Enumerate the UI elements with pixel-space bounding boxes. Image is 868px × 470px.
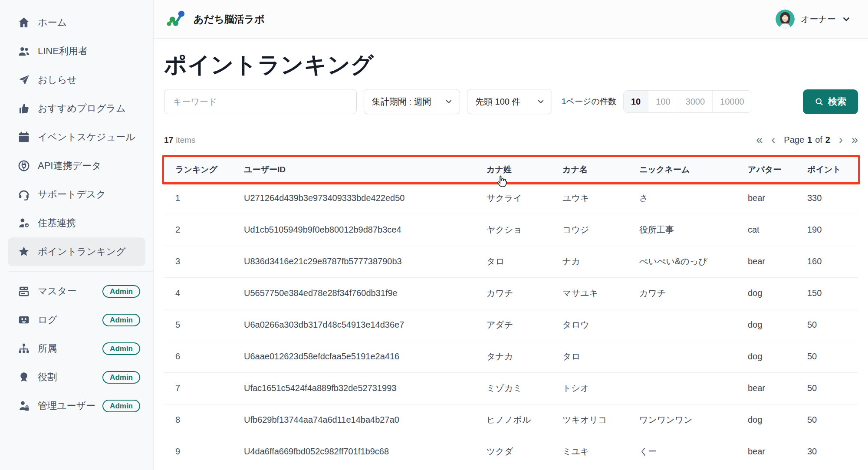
table-row[interactable]: 2Ud1cb5105949b9f0eb80012b9d87b3ce4ヤクショコウ… xyxy=(164,214,858,246)
page-content: ポイントランキング 集計期間 : 週間 先頭 100 件 1ページの件数 101… xyxy=(154,39,868,470)
cell-4: ツキオリコ xyxy=(562,404,639,436)
cell-4: マサユキ xyxy=(562,277,639,309)
sidebar-item-users[interactable]: LINE利用者 xyxy=(0,37,153,66)
next-page-icon[interactable]: › xyxy=(839,134,843,146)
sidebar-item-home[interactable]: ホーム xyxy=(0,8,153,37)
column-header-6[interactable]: アバター xyxy=(748,157,807,182)
cell-5 xyxy=(639,372,748,404)
last-page-icon[interactable]: » xyxy=(852,134,858,146)
user-gear-icon xyxy=(17,217,30,230)
brand-logo-icon xyxy=(165,9,187,29)
sidebar-item-star[interactable]: ポイントランキング xyxy=(8,237,145,266)
cell-5 xyxy=(639,309,748,341)
table-row[interactable]: 3U836d3416e21c29e8787fb577738790b3タロナカぺい… xyxy=(164,246,858,277)
sidebar-item-log[interactable]: ログ Admin xyxy=(0,306,153,334)
column-header-7[interactable]: ポイント xyxy=(807,157,858,182)
sidebar-item-sitemap[interactable]: 所属 Admin xyxy=(0,334,153,363)
cell-1: 9 xyxy=(164,436,244,467)
cell-6: bear xyxy=(748,372,807,404)
sidebar-nav-main: ホーム LINE利用者 おしらせ おすすめプログラム イベントスケジュール AP… xyxy=(0,8,153,266)
sidebar-item-calendar[interactable]: イベントスケジュール xyxy=(0,123,153,151)
column-header-3[interactable]: カナ姓 xyxy=(487,157,562,182)
page-size-option-3000[interactable]: 3000 xyxy=(678,91,713,112)
table-row[interactable]: 1U271264d439b3e973409333bde422ed50サクライユウ… xyxy=(164,182,858,214)
cell-7: 50 xyxy=(807,404,858,436)
column-header-4[interactable]: カナ名 xyxy=(562,157,639,182)
sidebar-item-label: ポイントランキング xyxy=(38,245,126,258)
cell-7: 50 xyxy=(807,309,858,341)
sidebar-item-label: おしらせ xyxy=(38,73,77,86)
cell-5: ぺいぺい&のっぴ xyxy=(639,246,748,277)
account-role-label: オーナー xyxy=(801,13,836,25)
table-row[interactable]: 9U4da6ffa669fbd052c982ff701f1b9c68ツクダミユキ… xyxy=(164,436,858,467)
cell-7: 330 xyxy=(807,182,858,214)
cell-1: 1 xyxy=(164,182,244,214)
sidebar-item-master[interactable]: マスター Admin xyxy=(0,277,153,306)
home-icon xyxy=(17,16,30,29)
account-menu[interactable]: オーナー xyxy=(776,10,851,29)
table-row[interactable]: 6U6aae012623d58efdcfaa5e5191e2a416タナカタロd… xyxy=(164,341,858,372)
table-body: 1U271264d439b3e973409333bde422ed50サクライユウ… xyxy=(164,182,858,467)
admin-badge: Admin xyxy=(102,285,140,298)
sidebar-item-label: 役割 xyxy=(38,371,57,384)
page-size-segmented: 10100300010000 xyxy=(623,90,752,113)
cell-3: タロ xyxy=(487,246,562,277)
sidebar-item-paper-plane[interactable]: おしらせ xyxy=(0,66,153,94)
period-select[interactable]: 集計期間 : 週間 xyxy=(364,89,460,114)
table-header: ランキングユーザーIDカナ姓カナ名ニックネームアバターポイント xyxy=(164,157,858,182)
sidebar-divider xyxy=(9,271,153,272)
cell-7: 150 xyxy=(807,277,858,309)
cell-5: 役所工事 xyxy=(639,214,748,246)
cell-4: トシオ xyxy=(562,372,639,404)
sidebar-item-user-lock[interactable]: 管理ユーザー Admin xyxy=(0,391,153,420)
page-size-option-100[interactable]: 100 xyxy=(648,91,677,112)
cell-1: 8 xyxy=(164,404,244,436)
cell-2: Ufb629bf13744aa74a6d11e14ba4b27a0 xyxy=(244,404,487,436)
plug-icon xyxy=(17,159,30,172)
table-row[interactable]: 5U6a0266a303db317d48c54913e14d36e7アダチタロウ… xyxy=(164,309,858,341)
items-count-label: items xyxy=(176,135,195,145)
user-lock-icon xyxy=(17,399,30,412)
first-page-icon[interactable]: « xyxy=(756,134,763,146)
cell-5 xyxy=(639,341,748,372)
thumbs-up-icon xyxy=(17,102,30,115)
admin-badge: Admin xyxy=(102,342,140,355)
current-page: 1 xyxy=(807,135,812,145)
page-size-option-10[interactable]: 10 xyxy=(624,91,648,112)
keyword-input[interactable] xyxy=(164,89,357,114)
column-header-5[interactable]: ニックネーム xyxy=(639,157,748,182)
sidebar-item-plug[interactable]: API連携データ xyxy=(0,151,153,180)
table-row[interactable]: 4U5657750e384ed78e28f34f760db31f9eカワチマサユ… xyxy=(164,277,858,309)
cell-2: U6aae012623d58efdcfaa5e5191e2a416 xyxy=(244,341,487,372)
sidebar-item-user-gear[interactable]: 住基連携 xyxy=(0,209,153,237)
filter-bar: 集計期間 : 週間 先頭 100 件 1ページの件数 1010030001000… xyxy=(164,89,858,114)
top-count-select[interactable]: 先頭 100 件 xyxy=(467,89,552,114)
table-row[interactable]: 8Ufb629bf13744aa74a6d11e14ba4b27a0ヒノノボルツ… xyxy=(164,404,858,436)
cell-3: サクライ xyxy=(487,182,562,214)
prev-page-icon[interactable]: ‹ xyxy=(771,134,775,146)
table-row[interactable]: 7Ufac1651c5424f4a889fb32de52731993ミゾカミトシ… xyxy=(164,372,858,404)
main-area: あだち脳活ラボ オーナー ポイントランキング 集計 xyxy=(154,0,868,470)
sidebar-nav-admin: マスター Admin ログ Admin 所属 Admin 役割 Admin 管理… xyxy=(0,277,153,420)
sidebar-item-headset[interactable]: サポートデスク xyxy=(0,180,153,209)
sidebar-item-label: LINE利用者 xyxy=(38,45,88,58)
cell-2: U6a0266a303db317d48c54913e14d36e7 xyxy=(244,309,487,341)
page-size-option-10000[interactable]: 10000 xyxy=(712,91,752,112)
cell-6: dog xyxy=(748,277,807,309)
top-count-select-value: 先頭 100 件 xyxy=(475,96,520,108)
master-icon xyxy=(17,285,30,298)
sidebar-item-label: 管理ユーザー xyxy=(38,399,95,412)
items-count-number: 17 xyxy=(164,135,173,145)
search-button[interactable]: 検索 xyxy=(803,89,858,114)
headset-icon xyxy=(17,188,30,201)
list-meta-row: 17items « ‹ Page 1 of 2 › » xyxy=(164,134,858,146)
sidebar-item-thumbs-up[interactable]: おすすめプログラム xyxy=(0,94,153,123)
page-title: ポイントランキング xyxy=(164,50,858,80)
column-header-1[interactable]: ランキング xyxy=(164,157,244,182)
sidebar-item-medal[interactable]: 役割 Admin xyxy=(0,363,153,391)
column-header-2[interactable]: ユーザーID xyxy=(244,157,487,182)
brand-name: あだち脳活ラボ xyxy=(194,13,265,26)
ranking-table: ランキングユーザーIDカナ姓カナ名ニックネームアバターポイント 1U271264… xyxy=(164,157,858,467)
items-count: 17items xyxy=(164,135,196,145)
sidebar-item-label: 所属 xyxy=(38,342,57,355)
